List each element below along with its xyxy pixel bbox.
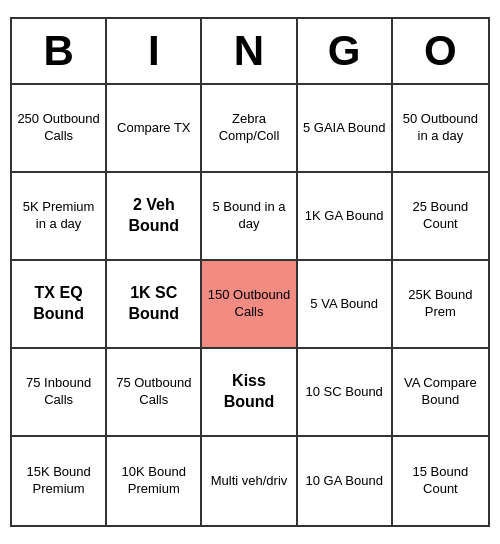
bingo-cell-18[interactable]: 10 SC Bound bbox=[298, 349, 393, 437]
bingo-cell-3[interactable]: 5 GAIA Bound bbox=[298, 85, 393, 173]
bingo-cell-20[interactable]: 15K Bound Premium bbox=[12, 437, 107, 525]
bingo-cell-5[interactable]: 5K Premium in a day bbox=[12, 173, 107, 261]
bingo-cell-7[interactable]: 5 Bound in a day bbox=[202, 173, 297, 261]
bingo-cell-15[interactable]: 75 Inbound Calls bbox=[12, 349, 107, 437]
bingo-cell-10[interactable]: TX EQ Bound bbox=[12, 261, 107, 349]
bingo-cell-16[interactable]: 75 Outbound Calls bbox=[107, 349, 202, 437]
bingo-cell-23[interactable]: 10 GA Bound bbox=[298, 437, 393, 525]
bingo-header: BINGO bbox=[12, 19, 488, 85]
bingo-cell-8[interactable]: 1K GA Bound bbox=[298, 173, 393, 261]
bingo-cell-11[interactable]: 1K SC Bound bbox=[107, 261, 202, 349]
bingo-cell-6[interactable]: 2 Veh Bound bbox=[107, 173, 202, 261]
bingo-letter-g: G bbox=[298, 19, 393, 83]
bingo-cell-24[interactable]: 15 Bound Count bbox=[393, 437, 488, 525]
bingo-cell-21[interactable]: 10K Bound Premium bbox=[107, 437, 202, 525]
bingo-grid: 250 Outbound CallsCompare TXZebra Comp/C… bbox=[12, 85, 488, 525]
bingo-cell-19[interactable]: VA Compare Bound bbox=[393, 349, 488, 437]
bingo-cell-4[interactable]: 50 Outbound in a day bbox=[393, 85, 488, 173]
bingo-cell-9[interactable]: 25 Bound Count bbox=[393, 173, 488, 261]
bingo-letter-o: O bbox=[393, 19, 488, 83]
bingo-cell-0[interactable]: 250 Outbound Calls bbox=[12, 85, 107, 173]
bingo-letter-n: N bbox=[202, 19, 297, 83]
bingo-cell-22[interactable]: Multi veh/driv bbox=[202, 437, 297, 525]
bingo-card: BINGO 250 Outbound CallsCompare TXZebra … bbox=[10, 17, 490, 527]
bingo-cell-13[interactable]: 5 VA Bound bbox=[298, 261, 393, 349]
bingo-cell-2[interactable]: Zebra Comp/Coll bbox=[202, 85, 297, 173]
bingo-cell-12[interactable]: 150 Outbound Calls bbox=[202, 261, 297, 349]
bingo-letter-b: B bbox=[12, 19, 107, 83]
bingo-letter-i: I bbox=[107, 19, 202, 83]
bingo-cell-1[interactable]: Compare TX bbox=[107, 85, 202, 173]
bingo-cell-17[interactable]: Kiss Bound bbox=[202, 349, 297, 437]
bingo-cell-14[interactable]: 25K Bound Prem bbox=[393, 261, 488, 349]
